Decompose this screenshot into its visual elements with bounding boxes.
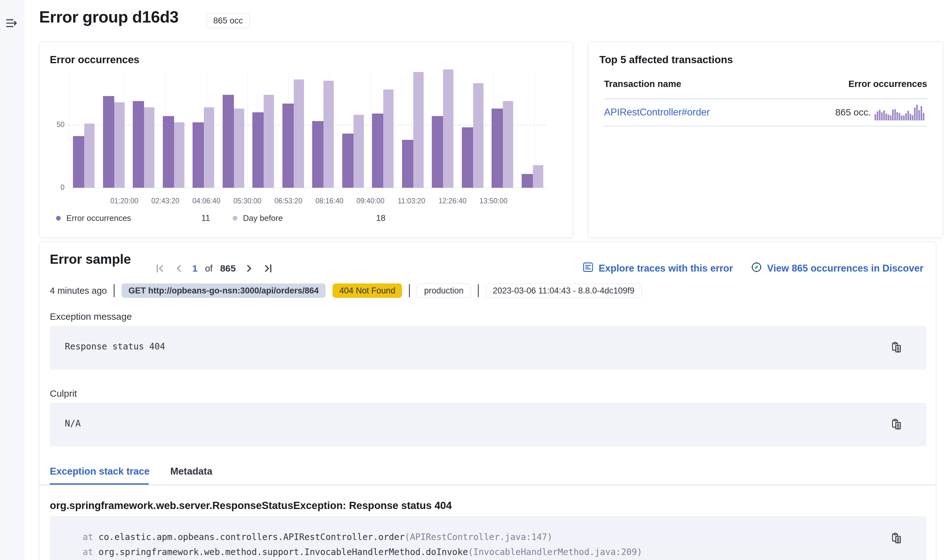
column-transaction-name: Transaction name <box>604 79 681 89</box>
exception-message-value: Response status 404 <box>65 341 165 352</box>
legend-value: 11 <box>201 213 210 223</box>
discover-compass-icon <box>751 261 762 275</box>
tabs-divider <box>39 485 936 485</box>
bar-day-before <box>264 95 274 188</box>
bar-day-before <box>294 80 304 188</box>
bar-error-occurrences <box>432 116 443 188</box>
bar-day-before <box>234 109 244 188</box>
copy-stacktrace-button[interactable] <box>890 532 903 545</box>
collapsed-sidebar <box>0 0 23 560</box>
bar-error-occurrences <box>342 134 353 188</box>
explore-traces-link[interactable]: Explore traces with this error <box>582 261 733 275</box>
bar-day-before <box>533 165 543 188</box>
tab-metadata[interactable]: Metadata <box>170 466 212 486</box>
total-pages: 865 <box>220 263 236 274</box>
stack-frame: at org.springframework.web.method.suppor… <box>83 545 642 560</box>
sparkline-bar <box>910 114 911 120</box>
sparkline-bar <box>883 111 885 120</box>
view-in-discover-link[interactable]: View 865 occurrences in Discover <box>751 261 924 275</box>
sparkline-bar <box>890 115 891 120</box>
error-occurrences-chart[interactable] <box>69 71 547 188</box>
bar-error-occurrences <box>402 140 413 188</box>
page-title: Error group d16d3 <box>39 8 179 26</box>
sparkline-bar <box>892 109 894 120</box>
menu-right-icon <box>5 26 18 30</box>
environment-badge: production <box>417 283 470 298</box>
sparkline-bar <box>894 109 896 120</box>
bar-day-before <box>174 122 184 188</box>
first-page-button[interactable] <box>155 263 166 274</box>
bar-error-occurrences <box>133 101 144 188</box>
culprit-box: N/A <box>50 403 927 446</box>
arrow-start-icon <box>155 263 166 274</box>
sample-metadata-row: 4 minutes ago GET http://opbeans-go-nsn:… <box>50 283 642 298</box>
bar-day-before <box>204 107 214 188</box>
sparkline-bar <box>921 106 922 120</box>
error-sample-panel: Error sample 1 of 865 Explore traces wit… <box>39 242 936 560</box>
sparkline-bar <box>903 115 905 120</box>
sparkline-bar <box>879 110 881 120</box>
y-tick-0: 0 <box>46 183 65 192</box>
exception-message-box: Response status 404 <box>50 326 927 369</box>
arrow-right-icon <box>243 263 254 274</box>
legend-dot-light <box>233 216 238 220</box>
bar-error-occurrences <box>282 103 294 188</box>
bar-error-occurrences <box>73 136 84 188</box>
sparkline-bar <box>914 108 916 120</box>
sparkline-bar <box>881 112 883 120</box>
next-page-button[interactable] <box>243 263 254 274</box>
sparkline-bar <box>905 113 907 120</box>
bar-day-before <box>144 107 154 188</box>
legend-item-day-before[interactable]: Day before 18 <box>233 213 386 223</box>
divider <box>114 284 115 297</box>
bar-day-before <box>503 101 513 188</box>
previous-page-button[interactable] <box>173 263 185 274</box>
sparkline-bar <box>907 111 909 120</box>
culprit-value: N/A <box>65 418 81 429</box>
column-error-occurrences: Error occurrences <box>848 79 927 89</box>
bar-day-before <box>114 102 125 188</box>
y-tick-50: 50 <box>46 120 65 129</box>
bar-day-before <box>413 72 424 188</box>
vertical-gridline <box>247 71 248 188</box>
copy-culprit-button[interactable] <box>890 418 903 431</box>
sparkline-bar <box>885 114 887 120</box>
sparkline-bar <box>899 113 900 120</box>
x-tick-label: 13:50:00 <box>469 197 518 205</box>
stack-frame: at co.elastic.apm.opbeans.controllers.AP… <box>83 530 642 545</box>
legend-dot-dark <box>56 216 61 220</box>
sparkline-bar <box>877 111 878 120</box>
sparkline-bar <box>923 113 924 120</box>
copy-exception-button[interactable] <box>890 341 903 354</box>
sparkline-bar <box>912 115 913 120</box>
exception-message-label: Exception message <box>50 311 132 322</box>
trace-explorer-icon <box>582 261 594 275</box>
bar-day-before <box>84 123 94 188</box>
sparkline-bar <box>901 115 902 120</box>
arrow-left-icon <box>173 263 185 274</box>
sparkline-bar <box>916 105 918 120</box>
last-page-button[interactable] <box>262 263 273 274</box>
view-in-discover-label: View 865 occurrences in Discover <box>767 263 924 274</box>
bar-error-occurrences <box>372 114 383 188</box>
bar-day-before <box>324 81 334 188</box>
legend-item-error-occurrences[interactable]: Error occurrences 11 <box>56 213 210 223</box>
occurrence-count: 865 occ. <box>835 107 871 118</box>
table-row: APIRestController#order 865 occ. <box>604 99 927 125</box>
transaction-link[interactable]: APIRestController#order <box>604 107 710 118</box>
chart-legend: Error occurrences 11 Day before 18 <box>39 213 573 223</box>
chart-title: Error occurrences <box>50 54 139 66</box>
explore-traces-label: Explore traces with this error <box>599 263 733 274</box>
occurrences-sparkline <box>874 104 927 120</box>
expand-menu-button[interactable] <box>5 17 18 29</box>
transactions-table-header: Transaction name Error occurrences <box>604 79 927 89</box>
header-actions: Explore traces with this error View 865 … <box>582 260 924 277</box>
transactions-title: Top 5 affected transactions <box>599 54 733 66</box>
bar-day-before <box>353 115 364 188</box>
bar-day-before <box>473 83 483 188</box>
table-row-divider <box>604 126 927 126</box>
legend-label: Day before <box>243 213 283 223</box>
bar-error-occurrences <box>193 122 204 188</box>
divider <box>409 284 410 297</box>
bar-error-occurrences <box>103 96 114 188</box>
